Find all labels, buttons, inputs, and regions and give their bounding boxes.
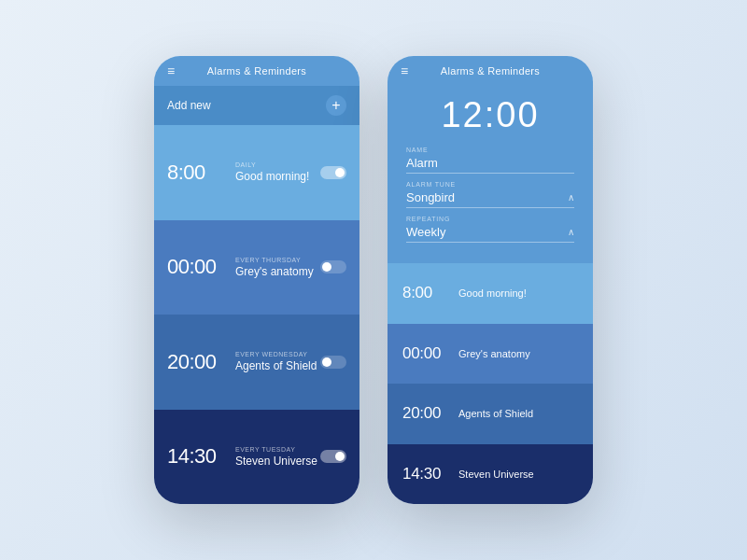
alarm-time: 14:30 <box>167 444 228 469</box>
alarm-toggle[interactable] <box>320 260 346 273</box>
alarm-item-right[interactable]: 8:00 Good morning! <box>388 263 593 324</box>
alarm-frequency: EVERY THURSDAY <box>235 257 320 263</box>
alarm-name: Good morning! <box>235 170 320 183</box>
edit-tune-label: ALARM TUNE <box>406 181 574 188</box>
alarm-toggle[interactable] <box>320 356 346 369</box>
alarm-time-right: 8:00 <box>402 284 451 302</box>
alarm-list-left: 8:00 DAILY Good morning! 00:00 EVERY THU… <box>154 125 359 504</box>
alarm-item-right[interactable]: 20:00 Agents of Shield <box>388 384 593 444</box>
alarm-time: 20:00 <box>167 350 228 374</box>
phone-left: ≡ Alarms & Reminders Add new + 8:00 DAIL… <box>154 56 359 504</box>
alarm-item[interactable]: 20:00 EVERY WEDNESDAY Agents of Shield <box>154 315 359 410</box>
alarm-toggle[interactable] <box>320 450 346 463</box>
alarm-frequency: EVERY WEDNESDAY <box>235 351 320 357</box>
alarm-item-right[interactable]: 00:00 Grey's anatomy <box>388 324 593 385</box>
chevron-up-icon: ∧ <box>568 192 574 203</box>
menu-icon[interactable]: ≡ <box>167 63 175 78</box>
alarm-frequency: EVERY TUESDAY <box>235 446 320 453</box>
alarm-name: Agents of Shield <box>235 359 320 372</box>
alarm-name-right: Steven Universe <box>451 469 534 480</box>
edit-tune-field: ALARM TUNE Songbird ∧ <box>406 181 574 208</box>
menu-icon-right[interactable]: ≡ <box>401 63 408 78</box>
alarm-name: Grey's anatomy <box>235 265 320 278</box>
right-header: ≡ Alarms & Reminders <box>388 56 593 86</box>
alarm-name-right: Good morning! <box>451 287 527 299</box>
alarm-name: Steven Universe <box>235 455 320 468</box>
alarm-time-right: 00:00 <box>402 344 451 363</box>
alarm-item[interactable]: 14:30 EVERY TUESDAY Steven Universe <box>154 410 359 505</box>
phone-right: ≡ Alarms & Reminders 12:00 NAME Alarm AL… <box>388 56 593 504</box>
edit-repeat-label: REPEATING <box>406 216 574 222</box>
alarm-time: 00:00 <box>167 255 228 279</box>
edit-repeat-value[interactable]: Weekly ∧ <box>406 225 574 243</box>
alarm-item-right[interactable]: 14:30 Steven Universe <box>388 444 593 505</box>
alarm-name-right: Grey's anatomy <box>451 348 530 359</box>
alarm-info: EVERY TUESDAY Steven Universe <box>228 446 320 468</box>
alarm-time-right: 14:30 <box>402 465 451 483</box>
alarm-info: DAILY Good morning! <box>228 161 320 183</box>
add-new-label: Add new <box>167 99 211 112</box>
edit-tune-value[interactable]: Songbird ∧ <box>406 190 574 208</box>
alarm-name-right: Agents of Shield <box>451 408 533 419</box>
alarm-frequency: DAILY <box>235 161 320 168</box>
edit-name-label: NAME <box>406 147 574 153</box>
left-header: ≡ Alarms & Reminders <box>154 56 359 86</box>
left-header-title: Alarms & Reminders <box>207 65 306 77</box>
alarm-item[interactable]: 8:00 DAILY Good morning! <box>154 125 359 220</box>
edit-name-value[interactable]: Alarm <box>406 156 574 174</box>
alarm-info: EVERY WEDNESDAY Agents of Shield <box>228 351 320 372</box>
alarm-time-right: 20:00 <box>402 404 451 423</box>
edit-time[interactable]: 12:00 <box>406 95 574 135</box>
add-new-bar: Add new + <box>154 86 359 125</box>
chevron-up-icon-repeat: ∧ <box>568 227 574 237</box>
alarm-item[interactable]: 00:00 EVERY THURSDAY Grey's anatomy <box>154 220 359 315</box>
add-new-button[interactable]: + <box>326 95 346 116</box>
alarm-list-right: 8:00 Good morning! 00:00 Grey's anatomy … <box>388 263 593 504</box>
edit-name-field: NAME Alarm <box>406 147 574 174</box>
edit-panel: 12:00 NAME Alarm ALARM TUNE Songbird ∧ R… <box>388 86 593 263</box>
alarm-toggle[interactable] <box>320 166 346 179</box>
alarm-info: EVERY THURSDAY Grey's anatomy <box>228 257 320 278</box>
edit-repeat-field: REPEATING Weekly ∧ <box>406 216 574 243</box>
right-header-title: Alarms & Reminders <box>441 65 540 77</box>
alarm-time: 8:00 <box>167 161 228 185</box>
